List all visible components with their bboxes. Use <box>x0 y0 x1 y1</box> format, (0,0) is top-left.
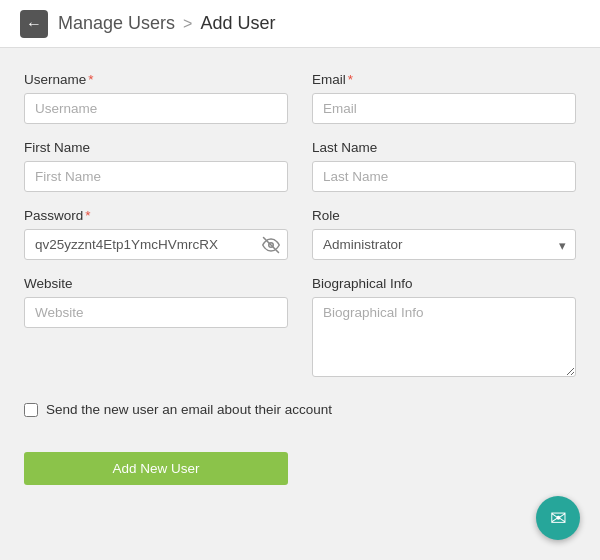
bio-group: Biographical Info <box>312 276 576 377</box>
website-input[interactable] <box>24 297 288 328</box>
role-label: Role <box>312 208 576 223</box>
breadcrumb-separator: > <box>183 15 192 33</box>
add-new-user-button[interactable]: Add New User <box>24 452 288 485</box>
breadcrumb-current: Add User <box>200 13 275 34</box>
add-user-form: Username* Email* First Name Last Name Pa… <box>24 72 576 485</box>
password-input[interactable] <box>24 229 288 260</box>
username-required: * <box>88 72 93 87</box>
email-checkbox-label: Send the new user an email about their a… <box>46 401 332 420</box>
username-input[interactable] <box>24 93 288 124</box>
eye-icon <box>262 236 280 254</box>
email-checkbox-wrapper: Send the new user an email about their a… <box>24 401 576 420</box>
fab-button[interactable]: ✉ <box>536 496 580 540</box>
email-label: Email* <box>312 72 576 87</box>
password-wrapper <box>24 229 288 260</box>
header: ← Manage Users > Add User <box>0 0 600 48</box>
last-name-label: Last Name <box>312 140 576 155</box>
bio-input[interactable] <box>312 297 576 377</box>
password-group: Password* <box>24 208 288 260</box>
username-group: Username* <box>24 72 288 124</box>
first-name-group: First Name <box>24 140 288 192</box>
fab-icon: ✉ <box>550 506 567 530</box>
email-required: * <box>348 72 353 87</box>
breadcrumb: Manage Users > Add User <box>58 13 275 34</box>
email-group: Email* <box>312 72 576 124</box>
toggle-password-button[interactable] <box>262 236 280 254</box>
password-label: Password* <box>24 208 288 223</box>
first-name-input[interactable] <box>24 161 288 192</box>
main-content: Username* Email* First Name Last Name Pa… <box>0 48 600 509</box>
role-select[interactable]: Administrator Editor Author Contributor … <box>312 229 576 260</box>
password-required: * <box>85 208 90 223</box>
first-name-label: First Name <box>24 140 288 155</box>
submit-group: Add New User <box>24 436 288 485</box>
username-label: Username* <box>24 72 288 87</box>
website-label: Website <box>24 276 288 291</box>
breadcrumb-parent: Manage Users <box>58 13 175 34</box>
email-input[interactable] <box>312 93 576 124</box>
role-select-wrapper: Administrator Editor Author Contributor … <box>312 229 576 260</box>
back-button[interactable]: ← <box>20 10 48 38</box>
last-name-group: Last Name <box>312 140 576 192</box>
email-checkbox-group: Send the new user an email about their a… <box>24 393 576 420</box>
role-group: Role Administrator Editor Author Contrib… <box>312 208 576 260</box>
last-name-input[interactable] <box>312 161 576 192</box>
website-group: Website <box>24 276 288 377</box>
bio-label: Biographical Info <box>312 276 576 291</box>
email-checkbox[interactable] <box>24 403 38 417</box>
